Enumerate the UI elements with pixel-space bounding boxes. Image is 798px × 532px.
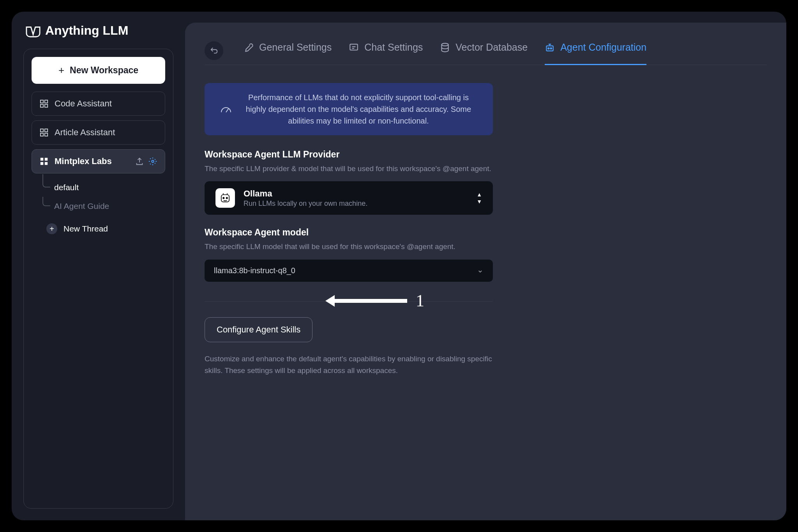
svg-point-20: [226, 198, 228, 199]
plus-icon: +: [58, 64, 64, 76]
svg-rect-2: [41, 104, 43, 107]
svg-point-16: [548, 48, 549, 49]
divider: [205, 301, 493, 302]
back-arrow-icon: [210, 46, 218, 55]
model-section-title: Workspace Agent model: [205, 227, 493, 238]
thread-label: AI Agent Guide: [54, 201, 109, 210]
chat-icon: [349, 42, 359, 53]
svg-rect-6: [41, 133, 43, 136]
svg-rect-1: [45, 100, 48, 103]
ollama-logo-icon: [215, 188, 235, 208]
svg-rect-7: [45, 133, 48, 136]
database-icon: [440, 42, 450, 53]
back-button[interactable]: [205, 41, 223, 60]
svg-rect-15: [546, 46, 553, 51]
svg-rect-0: [41, 100, 43, 103]
new-workspace-label: New Workspace: [70, 65, 138, 76]
provider-name: Ollama: [244, 189, 468, 199]
chevron-updown-icon: ▲▼: [477, 191, 482, 205]
main-content: General Settings Chat Settings Vector Da…: [185, 23, 786, 520]
svg-rect-4: [41, 129, 43, 132]
sidebar-panel: + New Workspace Code Assistant Article A…: [23, 49, 173, 509]
settings-body: Performance of LLMs that do not explicit…: [205, 65, 493, 377]
svg-point-14: [442, 43, 448, 46]
tab-bar: General Settings Chat Settings Vector Da…: [205, 36, 767, 65]
sidebar: Anything LLM + New Workspace Code Assist…: [12, 12, 185, 520]
new-thread-label: New Thread: [64, 224, 108, 233]
thread-label: default: [54, 183, 79, 192]
gauge-icon: [220, 104, 232, 114]
svg-point-17: [551, 48, 552, 49]
app-window: Anything LLM + New Workspace Code Assist…: [12, 12, 786, 520]
workspace-item-article-assistant[interactable]: Article Assistant: [32, 120, 165, 145]
svg-rect-13: [350, 44, 358, 50]
gear-icon[interactable]: [148, 157, 157, 166]
new-workspace-button[interactable]: + New Workspace: [32, 57, 165, 84]
robot-icon: [545, 42, 555, 53]
svg-point-19: [223, 198, 224, 199]
provider-desc: Run LLMs locally on your own machine.: [244, 200, 468, 208]
workspace-item-mintplex-labs[interactable]: Mintplex Labs: [32, 149, 165, 173]
brand-logo-icon: [26, 24, 41, 38]
svg-rect-3: [45, 104, 48, 107]
tab-chat-settings[interactable]: Chat Settings: [349, 36, 423, 65]
model-select[interactable]: llama3:8b-instruct-q8_0: [205, 260, 493, 282]
thread-item-default[interactable]: default: [42, 178, 165, 197]
wrench-icon: [244, 42, 254, 53]
workspace-label: Code Assistant: [55, 99, 112, 109]
brand: Anything LLM: [23, 23, 173, 38]
tab-vector-database[interactable]: Vector Database: [440, 36, 528, 65]
alert-text: Performance of LLMs that do not explicit…: [240, 92, 477, 127]
provider-selector[interactable]: Ollama Run LLMs locally on your own mach…: [205, 181, 493, 215]
provider-section-title: Workspace Agent LLM Provider: [205, 149, 493, 160]
tab-label: Agent Configuration: [560, 42, 646, 53]
upload-icon[interactable]: [135, 157, 144, 166]
tab-agent-configuration[interactable]: Agent Configuration: [545, 36, 646, 65]
brand-name: Anything LLM: [45, 23, 128, 38]
tab-label: Vector Database: [455, 42, 528, 53]
grid-icon: [40, 157, 48, 166]
svg-point-12: [152, 160, 154, 163]
tab-general-settings[interactable]: General Settings: [244, 36, 332, 65]
grid-icon: [40, 99, 48, 108]
workspace-item-code-assistant[interactable]: Code Assistant: [32, 92, 165, 116]
thread-item-ai-agent-guide[interactable]: AI Agent Guide: [42, 197, 165, 216]
tab-label: General Settings: [259, 42, 332, 53]
performance-alert: Performance of LLMs that do not explicit…: [205, 83, 493, 135]
model-section-desc: The specific LLM model that will be used…: [205, 241, 493, 252]
grid-icon: [40, 128, 48, 137]
new-thread-button[interactable]: + New Thread: [42, 218, 165, 240]
svg-rect-10: [41, 162, 43, 165]
tab-label: Chat Settings: [364, 42, 423, 53]
configure-desc: Customize and enhance the default agent'…: [205, 353, 493, 377]
workspace-label: Article Assistant: [55, 127, 115, 138]
svg-rect-9: [45, 158, 48, 161]
configure-agent-skills-button[interactable]: Configure Agent Skills: [205, 317, 312, 342]
workspace-label: Mintplex Labs: [55, 156, 112, 166]
plus-icon: +: [46, 223, 57, 234]
svg-rect-11: [45, 162, 48, 165]
svg-rect-8: [41, 158, 43, 161]
svg-rect-5: [45, 129, 48, 132]
provider-section-desc: The specific LLM provider & model that w…: [205, 163, 493, 174]
thread-tree: default AI Agent Guide + New Thread: [32, 178, 165, 240]
